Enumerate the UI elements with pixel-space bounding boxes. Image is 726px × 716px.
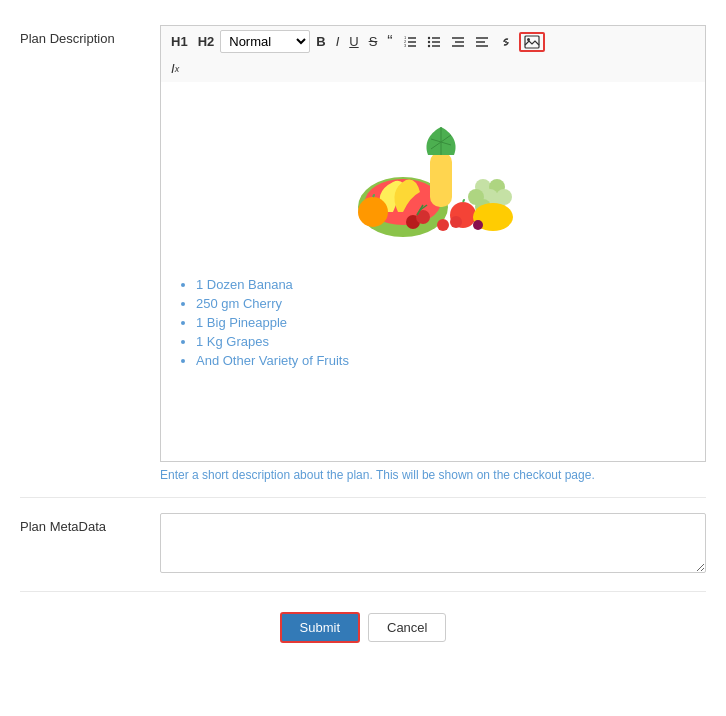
svg-point-10 — [427, 40, 429, 42]
indent-right-button[interactable] — [471, 33, 493, 51]
editor-toolbar: H1 H2 Normal Heading 1 Heading 2 Heading… — [160, 25, 706, 57]
list-item: 1 Kg Grapes — [196, 334, 690, 349]
unordered-list-button[interactable] — [423, 33, 445, 51]
plan-description-label: Plan Description — [20, 25, 160, 46]
indent-left-button[interactable] — [447, 33, 469, 51]
cancel-button[interactable]: Cancel — [368, 613, 446, 642]
svg-point-42 — [450, 216, 462, 228]
editor-image — [176, 97, 690, 257]
plan-metadata-label: Plan MetaData — [20, 513, 160, 534]
hint-text-after: . This will be shown on the checkout pag… — [369, 468, 594, 482]
editor-list: 1 Dozen Banana 250 gm Cherry 1 Big Pinea… — [176, 277, 690, 368]
ordered-list-icon: 1 2 3 — [403, 35, 417, 49]
svg-rect-23 — [430, 152, 452, 207]
list-item: 250 gm Cherry — [196, 296, 690, 311]
svg-text:3: 3 — [404, 43, 407, 48]
plan-description-row: Plan Description H1 H2 Normal Heading 1 … — [20, 10, 706, 498]
plan-metadata-row: Plan MetaData — [20, 498, 706, 592]
link-icon — [499, 35, 513, 49]
hint-link[interactable]: plan — [347, 468, 370, 482]
image-button[interactable] — [519, 32, 545, 52]
indent-right-icon — [475, 35, 489, 49]
ordered-list-button[interactable]: 1 2 3 — [399, 33, 421, 51]
svg-rect-19 — [525, 36, 539, 48]
blockquote-button[interactable]: “ — [383, 31, 396, 53]
format-select[interactable]: Normal Heading 1 Heading 2 Heading 3 — [220, 30, 310, 53]
italic-button[interactable]: I — [332, 32, 344, 51]
hint-text-before: Enter a short description about the — [160, 468, 347, 482]
image-icon — [524, 35, 540, 49]
plan-metadata-content — [160, 513, 706, 576]
toolbar-row2: Ix — [160, 57, 706, 82]
link-button[interactable] — [495, 33, 517, 51]
bold-button[interactable]: B — [312, 32, 329, 51]
h2-button[interactable]: H2 — [194, 32, 219, 51]
unordered-list-icon — [427, 35, 441, 49]
svg-point-11 — [427, 44, 429, 46]
h1-button[interactable]: H1 — [167, 32, 192, 51]
svg-point-9 — [427, 36, 429, 38]
clear-format-button[interactable]: Ix — [167, 59, 183, 78]
list-item: 1 Big Pineapple — [196, 315, 690, 330]
editor-content-area[interactable]: 1 Dozen Banana 250 gm Cherry 1 Big Pinea… — [160, 82, 706, 462]
svg-point-43 — [473, 220, 483, 230]
svg-point-20 — [527, 38, 530, 41]
list-item: And Other Variety of Fruits — [196, 353, 690, 368]
buttons-row: Submit Cancel — [20, 592, 706, 663]
list-item: 1 Dozen Banana — [196, 277, 690, 292]
svg-point-34 — [358, 197, 388, 227]
underline-button[interactable]: U — [345, 32, 362, 51]
plan-description-editor: H1 H2 Normal Heading 1 Heading 2 Heading… — [160, 25, 706, 482]
editor-hint: Enter a short description about the plan… — [160, 468, 706, 482]
fruit-svg — [323, 97, 543, 257]
plan-metadata-input[interactable] — [160, 513, 706, 573]
indent-left-icon — [451, 35, 465, 49]
strikethrough-button[interactable]: S — [365, 32, 382, 51]
svg-point-41 — [437, 219, 449, 231]
submit-button[interactable]: Submit — [280, 612, 360, 643]
